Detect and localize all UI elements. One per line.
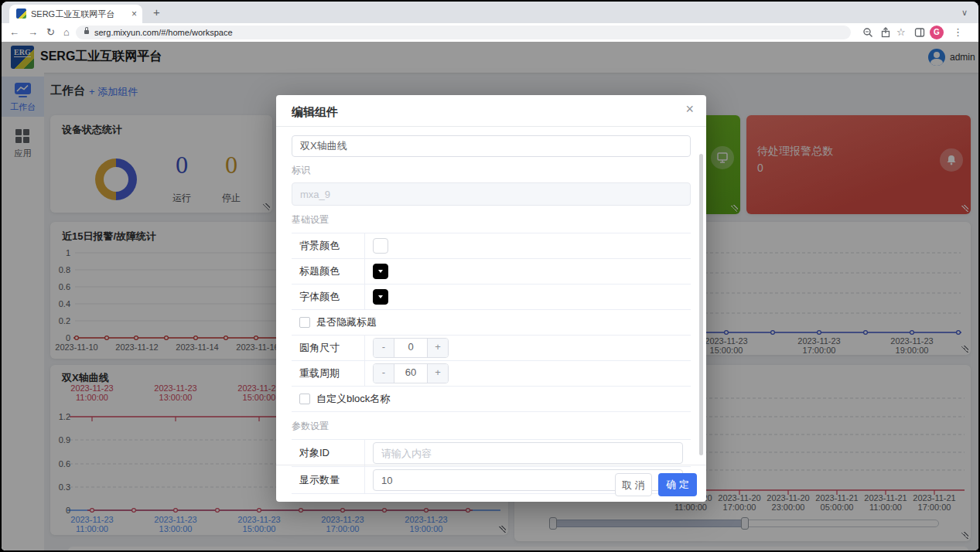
stepper-value[interactable]: 0 [394, 339, 427, 357]
row-label: 背景颜色 [292, 233, 365, 258]
radius-stepper: -0+ [373, 338, 449, 358]
checkbox-label[interactable]: 是否隐藏标题 [316, 315, 377, 329]
browser-tab[interactable]: SERG工业互联网平台 × [9, 5, 142, 23]
stepper-value[interactable]: 60 [394, 364, 427, 383]
bg-color-row: 背景颜色 [292, 233, 691, 259]
hide-title-checkbox[interactable] [299, 317, 310, 328]
params-settings-label: 参数设置 [292, 420, 691, 433]
dialog-body: 标识 基础设置 背景颜色 标题颜色 字体颜色 [292, 127, 691, 494]
url-text: serg.mixyun.com/#/home/workspace [94, 26, 233, 39]
new-tab-button[interactable]: + [153, 2, 160, 23]
bookmark-star-icon[interactable]: ☆ [896, 23, 906, 42]
tab-title: SERG工业互联网平台 [31, 5, 122, 23]
component-id-input [292, 182, 691, 206]
row-label: 字体颜色 [292, 285, 365, 309]
object-id-row: 对象ID [292, 440, 691, 467]
lock-icon [84, 30, 89, 34]
object-id-input[interactable] [373, 442, 683, 464]
dialog-title: 编辑组件 [292, 105, 338, 120]
stepper-plus-button[interactable]: + [427, 364, 448, 383]
browser-menu-icon[interactable]: ⋮ [953, 23, 963, 42]
close-icon[interactable]: × [685, 101, 694, 118]
back-icon[interactable]: ← [9, 23, 19, 42]
reload-row: 重载周期 -60+ [292, 361, 691, 387]
reload-stepper: -60+ [373, 363, 449, 383]
browser-profile-avatar[interactable]: G [930, 26, 944, 39]
browser-window: SERG工业互联网平台 × + ∨ ← → ↻ ⌂ serg.mixyun.co… [2, 2, 978, 550]
browser-toolbar: ← → ↻ ⌂ serg.mixyun.com/#/home/workspace… [2, 23, 978, 43]
url-bar[interactable]: serg.mixyun.com/#/home/workspace [76, 26, 851, 39]
dialog-scrollbar-thumb[interactable] [699, 154, 703, 455]
basic-settings-label: 基础设置 [292, 213, 691, 227]
row-label: 重载周期 [292, 361, 365, 386]
chevron-down-icon [374, 290, 388, 304]
confirm-button[interactable]: 确 定 [658, 473, 697, 496]
dialog-footer: 取 消 确 定 [276, 465, 706, 502]
share-icon[interactable] [880, 27, 891, 38]
radius-row: 圆角尺寸 -0+ [292, 336, 691, 361]
bg-color-swatch[interactable] [373, 238, 388, 254]
edit-component-dialog: 编辑组件 × 标识 基础设置 背景颜色 标题颜色 [276, 95, 706, 502]
title-color-swatch[interactable] [373, 264, 388, 279]
stepper-minus-button[interactable]: - [374, 339, 394, 357]
title-color-row: 标题颜色 [292, 259, 691, 285]
basic-settings-group: 背景颜色 标题颜色 字体颜色 是否隐藏标题 [292, 233, 691, 412]
checkbox-label[interactable]: 自定义block名称 [316, 392, 390, 406]
site-favicon-icon [16, 9, 26, 19]
tab-strip: SERG工业互联网平台 × + ∨ [2, 2, 978, 23]
font-color-row: 字体颜色 [292, 285, 691, 310]
row-label: 圆角尺寸 [292, 336, 365, 360]
id-label: 标识 [292, 164, 691, 177]
side-panel-icon[interactable] [914, 27, 925, 38]
home-icon[interactable]: ⌂ [63, 23, 70, 42]
web-page: ERG SERG工业互联网平台 admin 工作台 应用 工作台 + 添加组件 … [2, 42, 978, 550]
chevron-down-icon [374, 264, 388, 278]
hide-title-row: 是否隐藏标题 [292, 310, 691, 336]
stepper-minus-button[interactable]: - [374, 364, 394, 383]
custom-block-row: 自定义block名称 [292, 387, 691, 412]
stepper-plus-button[interactable]: + [427, 339, 448, 357]
reload-icon[interactable]: ↻ [46, 23, 55, 42]
row-label: 标题颜色 [292, 259, 365, 284]
row-label: 对象ID [292, 440, 365, 466]
custom-block-checkbox[interactable] [299, 394, 310, 404]
forward-icon[interactable]: → [28, 23, 38, 42]
tabstrip-chevron-icon[interactable]: ∨ [961, 2, 968, 23]
zoom-icon[interactable] [862, 27, 873, 38]
component-name-input[interactable] [292, 135, 691, 157]
tab-close-icon[interactable]: × [131, 5, 137, 23]
cancel-button[interactable]: 取 消 [615, 473, 652, 496]
font-color-swatch[interactable] [373, 289, 388, 305]
